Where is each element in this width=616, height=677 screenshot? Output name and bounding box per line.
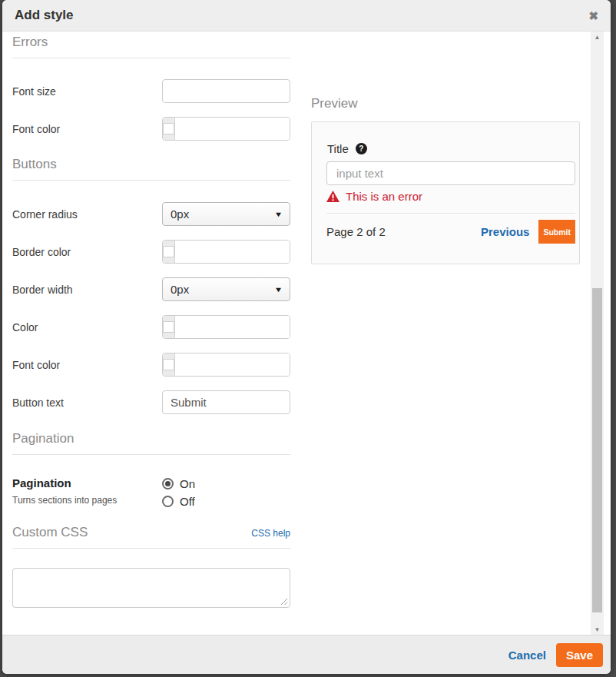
radio-on-selected-icon[interactable] [162,478,174,489]
pagination-off-label[interactable]: Off [180,495,195,508]
pagination-label-group: Pagination Turns sections into pages [12,476,162,509]
color-swatch-icon[interactable] [163,118,175,140]
border-width-select[interactable]: 0px ▼ [162,277,290,301]
button-color-input[interactable] [175,316,290,338]
custom-css-heading-text: Custom CSS [12,525,88,539]
border-color-row: Border color [12,240,290,264]
resize-handle-icon[interactable] [280,598,288,606]
color-swatch-icon[interactable] [163,316,175,338]
font-color-label: Font color [12,359,60,371]
button-font-color-row: Font color [12,353,290,377]
button-color-picker [162,315,290,339]
pagination-setting-row: Pagination Turns sections into pages On … [12,476,290,509]
corner-radius-value: 0px [171,207,275,221]
help-icon[interactable]: ? [356,143,367,154]
preview-heading: Preview [311,96,580,111]
radio-dot [165,481,171,486]
modal-scrollbar[interactable]: ▲ ▼ [591,32,604,635]
css-help-link[interactable]: CSS help [251,528,290,539]
style-settings-column: Errors Font size Font color Buttons Corn… [12,32,290,635]
error-font-color-row: Font color [12,117,290,141]
color-swatch-inner [163,359,174,370]
modal-body: Errors Font size Font color Buttons Corn… [2,32,611,635]
border-color-label: Border color [12,246,71,258]
custom-css-section-heading: Custom CSS CSS help [12,525,290,549]
color-swatch-inner [163,246,174,257]
buttons-section-heading: Buttons [12,157,290,181]
color-swatch-inner [163,321,174,333]
custom-css-field [12,568,290,608]
modal-footer: Cancel Save [2,635,611,674]
preview-page-status: Page 2 of 2 [326,225,386,238]
pagination-section-heading: Pagination [12,431,290,455]
button-font-color-input[interactable] [175,353,290,376]
error-font-color-picker [162,117,290,141]
save-button[interactable]: Save [556,643,603,667]
color-label: Color [12,321,38,334]
preview-title-label: Title [327,142,349,155]
button-text-input[interactable] [162,390,290,414]
button-text-label: Button text [12,397,64,409]
warning-icon [326,191,339,202]
chevron-down-icon: ▼ [274,211,283,218]
preview-error-row: This is an error [326,190,422,203]
scrollbar-thumb[interactable] [592,288,602,612]
preview-title-row: Title ? [327,142,367,155]
font-color-label: Font color [12,123,60,135]
button-text-row: Button text [12,390,290,414]
add-style-modal: Add style ✖ Errors Font size Font color … [2,0,611,674]
modal-header: Add style ✖ [2,0,611,32]
border-width-value: 0px [171,283,275,296]
error-font-color-input[interactable] [175,118,290,140]
color-swatch-inner [163,123,174,134]
close-icon[interactable]: ✖ [588,10,598,22]
button-color-row: Color [12,315,290,339]
pagination-on-label[interactable]: On [180,477,195,490]
corner-radius-row: Corner radius 0px ▼ [12,202,290,226]
scroll-down-icon[interactable]: ▼ [591,624,604,635]
preview-previous-link[interactable]: Previous [481,225,529,238]
preview-panel: Title ? This is an error Page 2 of 2 Pre… [311,121,580,264]
preview-text-input[interactable] [326,161,575,185]
preview-divider [326,213,575,214]
border-color-input[interactable] [175,241,290,263]
modal-title: Add style [15,8,74,23]
custom-css-textarea[interactable] [12,568,290,608]
pagination-radio-group: On Off [162,476,290,509]
pagination-description: Turns sections into pages [12,495,162,506]
cancel-button[interactable]: Cancel [508,649,546,662]
preview-footer-row: Page 2 of 2 Previous Submit [326,220,575,244]
pagination-off-option[interactable]: Off [162,493,290,509]
preview-submit-button[interactable]: Submit [538,220,575,244]
errors-section-heading: Errors [12,35,290,58]
font-size-label: Font size [12,85,56,98]
button-font-color-picker [162,353,290,377]
pagination-on-option[interactable]: On [162,476,290,491]
border-width-row: Border width 0px ▼ [12,277,290,301]
radio-off-icon[interactable] [162,496,174,507]
corner-radius-select[interactable]: 0px ▼ [162,202,290,226]
chevron-down-icon: ▼ [274,286,283,294]
border-width-label: Border width [12,284,73,296]
preview-error-message: This is an error [346,190,422,203]
font-size-input[interactable] [162,79,290,103]
pagination-label: Pagination [12,476,162,491]
corner-radius-label: Corner radius [12,208,78,221]
border-color-picker [162,240,290,264]
font-size-row: Font size [12,79,290,103]
color-swatch-icon[interactable] [163,353,175,376]
color-swatch-icon[interactable] [163,241,175,263]
scroll-up-icon[interactable]: ▲ [591,32,604,42]
